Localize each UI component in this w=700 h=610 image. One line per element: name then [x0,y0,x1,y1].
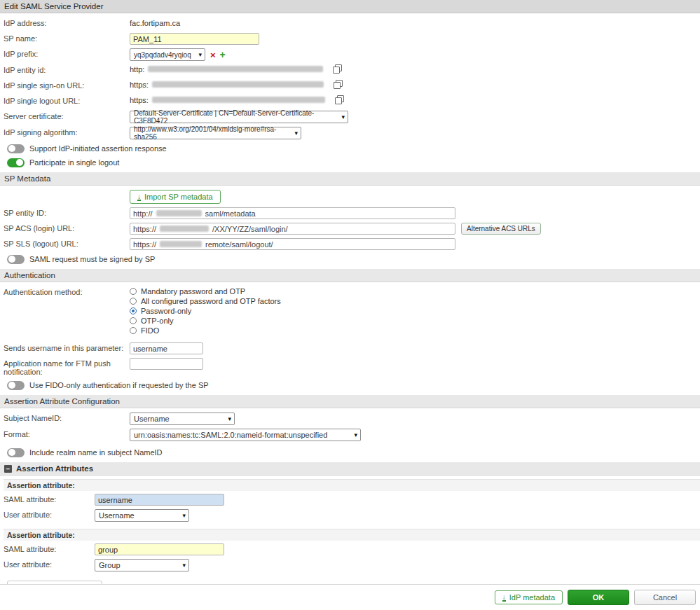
ftm-app-name-label: Application name for FTM push notificati… [4,358,130,376]
radio-icon-selected[interactable] [130,307,137,314]
field-idp-sso-url: IdP single sign-on URL: https: [4,80,700,92]
remove-prefix-icon[interactable]: × [210,49,216,61]
user-attribute-select-1[interactable]: Username ▾ [95,509,189,522]
toggle-row-single-logout: Participate in single logout [7,157,700,168]
field-saml-attribute-2: SAML attribute: [4,543,700,555]
footer-bar: ↓ IdP metadata OK Cancel [0,584,700,610]
idp-slo-url-scheme: https: [130,96,149,104]
username-parameter-input[interactable] [130,342,203,354]
chevron-down-icon: ▾ [341,113,345,120]
user-attribute-label: User attribute: [4,559,95,569]
toggle-row-idp-initiated: Support IdP-initiated assertion response [7,143,700,154]
idp-metadata-label: IdP metadata [509,593,555,602]
redacted-sp-entity-id [156,210,202,216]
toggle-row-saml-signed: SAML request must be signed by SP [7,254,700,265]
radio-all-configured-factors[interactable]: All configured password and OTP factors [130,296,281,305]
subject-nameid-select[interactable]: Username ▾ [130,413,235,425]
ok-button[interactable]: OK [568,590,629,605]
alternative-acs-urls-button[interactable]: Alternative ACS URLs [461,223,541,235]
idp-address-value: fac.fortipam.ca [130,18,180,27]
chevron-down-icon: ▾ [294,130,298,137]
idp-prefix-select[interactable]: yq3pqdadv4ryqioq ▾ [130,48,205,61]
redacted-idp-entity-id [148,66,323,72]
download-icon: ↓ [502,594,506,602]
chevron-down-icon: ▾ [354,431,357,438]
idp-metadata-button[interactable]: ↓ IdP metadata [495,590,563,604]
sp-entity-id-input[interactable]: http:// saml/metadata [130,207,455,219]
section-assertion-attributes[interactable]: − Assertion Attributes [0,462,700,476]
single-logout-toggle[interactable] [7,158,25,167]
radio-otp-only[interactable]: OTP-only [130,316,281,325]
radio-fido[interactable]: FIDO [130,326,281,335]
sp-acs-url-input[interactable]: https:// /XX/YY/ZZ/saml/login/ [130,223,455,235]
radio-icon[interactable] [130,288,137,295]
assertion-attributes-section: Assertion attribute: SAML attribute: Use… [0,479,700,596]
idp-initiated-toggle[interactable] [7,144,25,153]
copy-icon[interactable] [335,95,344,104]
sp-sls-url-label: SP SLS (logout) URL: [4,238,130,248]
idp-slo-url-label: IdP single logout URL: [4,95,130,105]
idp-signing-algorithm-value: http://www.w3.org/2001/04/xmldsig-more#r… [134,125,289,141]
idp-prefix-value: yq3pqdadv4ryqioq [134,51,191,59]
authentication-method-label: Authentication method: [4,286,130,296]
idp-signing-algorithm-select[interactable]: http://www.w3.org/2001/04/xmldsig-more#r… [130,127,301,139]
saml-signed-toggle-label: SAML request must be signed by SP [29,255,155,263]
ftm-app-name-input[interactable] [130,358,203,370]
idp-sso-url-scheme: https: [130,81,149,89]
collapse-icon[interactable]: − [4,465,12,473]
idp-entity-id-label: IdP entity id: [4,64,130,74]
saml-attribute-input-2[interactable] [95,543,224,555]
field-authentication-method: Authentication method: Mandatory passwor… [4,286,700,335]
redacted-idp-sso-url [152,81,324,88]
import-sp-metadata-label: Import SP metadata [144,193,213,201]
include-realm-toggle[interactable] [7,448,25,457]
copy-icon[interactable] [334,80,343,89]
idp-initiated-toggle-label: Support IdP-initiated assertion response [29,144,167,153]
nameid-format-select[interactable]: urn:oasis:names:tc:SAML:2.0:nameid-forma… [130,429,361,441]
import-sp-metadata-button[interactable]: ↓ Import SP metadata [130,190,221,204]
field-idp-address: IdP address: fac.fortipam.ca [4,18,700,29]
saml-attribute-input-1[interactable] [95,494,224,506]
field-idp-prefix: IdP prefix: yq3pqdadv4ryqioq ▾ × + [4,48,700,61]
field-server-certificate: Server certificate: Default-Server-Certi… [4,111,700,123]
section-sp-metadata: SP Metadata [0,172,700,186]
field-username-parameter: Sends username in this parameter: [4,342,700,354]
field-saml-attribute-1: SAML attribute: [4,494,700,506]
fido-only-toggle-label: Use FIDO-only authentication if requeste… [29,381,209,389]
assertion-attributes-title: Assertion Attributes [16,462,93,476]
toggle-row-include-realm: Include realm name in subject NameID [7,447,700,458]
radio-mandatory-password-otp[interactable]: Mandatory password and OTP [130,286,281,296]
radio-icon[interactable] [130,298,137,305]
username-parameter-label: Sends username in this parameter: [4,342,130,352]
fido-only-toggle[interactable] [7,381,25,390]
include-realm-toggle-label: Include realm name in subject NameID [29,448,163,457]
saml-signed-toggle[interactable] [7,255,25,264]
sp-entity-id-label: SP entity ID: [4,207,130,217]
radio-password-only[interactable]: Password-only [130,306,281,315]
radio-icon[interactable] [130,317,137,324]
subject-nameid-value: Username [134,415,170,423]
sp-name-input[interactable] [130,33,259,45]
field-sp-name: SP name: [4,33,700,45]
copy-icon[interactable] [333,64,342,74]
nameid-format-label: Format: [4,429,130,438]
sp-sls-url-input[interactable]: https:// remote/saml/logout/ [130,238,455,250]
chevron-down-icon: ▾ [182,562,186,569]
idp-signing-algorithm-label: IdP signing algorithm: [4,127,130,137]
user-attribute-value-1: Username [99,511,135,520]
radio-icon[interactable] [130,327,137,334]
idp-prefix-label: IdP prefix: [4,48,130,58]
nameid-format-value: urn:oasis:names:tc:SAML:2.0:nameid-forma… [134,431,327,439]
saml-attribute-label: SAML attribute: [4,494,95,504]
field-idp-entity-id: IdP entity id: http: [4,64,700,76]
authentication-section: Authentication method: Mandatory passwor… [0,282,700,391]
field-idp-signing-algorithm: IdP signing algorithm: http://www.w3.org… [4,127,700,139]
user-attribute-select-2[interactable]: Group ▾ [95,559,189,571]
section-authentication: Authentication [0,269,700,282]
row-import-sp-metadata: ↓ Import SP metadata [4,190,700,204]
field-subject-nameid: Subject NameID: Username ▾ [4,413,700,425]
cancel-button[interactable]: Cancel [634,590,696,605]
user-attribute-value-2: Group [99,561,121,569]
add-prefix-icon[interactable]: + [220,49,226,61]
server-certificate-select[interactable]: Default-Server-Certificate | CN=Default-… [130,111,348,123]
